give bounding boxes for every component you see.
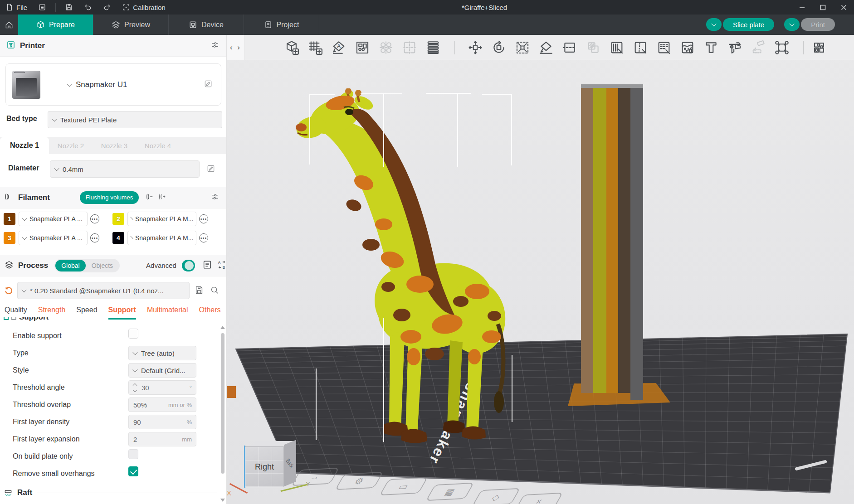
printer-select[interactable]: Snapmaker U1 [68,80,127,89]
scale-button[interactable] [512,38,532,58]
file-menu-label: File [16,4,27,11]
spinner-arrows-icon[interactable] [133,384,137,392]
filament-select[interactable]: Snapmaker PLA M... [127,231,196,245]
nav-cube-side[interactable]: Back [284,440,296,487]
save-preset-icon[interactable] [194,285,204,297]
nozzle-tab-nozzle-3[interactable]: Nozzle 3 [93,137,136,154]
text-tool-button[interactable] [701,38,721,58]
dropdown[interactable]: Default (Grid... [128,363,196,378]
cut-button[interactable] [560,38,580,58]
measure-button[interactable] [725,38,745,58]
nozzle-tab-nozzle-4[interactable]: Nozzle 4 [136,137,180,154]
filament-color-swatch[interactable]: 4 [112,232,124,244]
filament-select[interactable]: Snapmaker PLA M... [127,212,196,226]
tab-device[interactable]: Device [169,15,244,35]
filament-select[interactable]: Snapmaker PLA ... [19,212,88,226]
bed-type-select[interactable]: Textured PEI Plate [48,111,222,128]
advanced-toggle[interactable] [182,260,195,271]
menu-button[interactable] [33,0,52,15]
auto-orient-button[interactable]: A [329,38,349,58]
checkbox[interactable] [128,466,138,476]
undo-button[interactable] [78,0,98,15]
add-plate-button[interactable] [305,38,325,58]
giraffe-model[interactable] [295,88,522,451]
rotate-button[interactable] [489,38,509,58]
filament-color-swatch[interactable]: 2 [112,213,124,225]
filament-settings-icon[interactable] [210,192,220,203]
add-model-button[interactable] [282,38,302,58]
nav-cube[interactable]: Right [245,446,284,487]
plugins-button[interactable] [809,38,829,58]
maximize-button[interactable] [812,0,833,15]
fuzzy-skin-painting-button[interactable] [654,38,674,58]
preset-select[interactable]: * 0.20 Standard @Snapmaker U1 (0.4 noz..… [17,282,190,299]
print-dropdown-button[interactable] [784,18,800,31]
filament-color-swatch[interactable]: 3 [4,232,15,244]
process-icon [5,260,14,271]
tab-preview[interactable]: Preview [93,15,169,35]
collapse-panel-button[interactable]: ‹ › [227,35,245,60]
close-button[interactable] [833,0,854,15]
chevron-down-icon [130,217,133,219]
color-painting-button[interactable] [678,38,698,58]
prime-tower-top [581,84,643,88]
checkbox[interactable] [128,329,138,339]
flushing-volumes-button[interactable]: Flushing volumes [80,191,139,204]
add-filament-icon[interactable] [158,192,167,203]
scope-toggle[interactable]: Global Objects [54,259,120,272]
raft-group-header[interactable]: Raft [4,488,217,497]
prime-tower[interactable] [581,87,643,393]
scroll-down-icon[interactable] [220,499,225,502]
printer-edit-button[interactable] [204,79,213,90]
redo-button[interactable] [98,0,117,15]
seam-painting-button[interactable] [630,38,650,58]
text-input[interactable]: 50%mm or % [128,397,196,412]
filament-more-icon[interactable]: ••• [199,214,208,223]
file-menu[interactable]: File [0,0,33,15]
scope-objects[interactable]: Objects [86,260,119,271]
variable-layer-height-button[interactable] [423,38,443,58]
tab-project[interactable]: Project [244,15,319,35]
scrollbar-thumb[interactable] [221,333,224,474]
checkbox[interactable] [128,449,138,459]
minimize-button[interactable] [791,0,812,15]
support-painting-button[interactable] [607,38,627,58]
scope-global[interactable]: Global [55,260,85,271]
lay-on-face-button[interactable] [536,38,556,58]
filament-select[interactable]: Snapmaker PLA ... [19,231,88,245]
tab-prepare[interactable]: Prepare [18,15,93,35]
reset-preset-icon[interactable] [4,285,14,297]
nozzle-tab-nozzle-2[interactable]: Nozzle 2 [49,137,93,154]
dropdown[interactable]: Tree (auto) [128,346,196,360]
filament-more-icon[interactable]: ••• [90,214,99,223]
move-button[interactable] [465,38,485,58]
corner-snap-button[interactable] [772,38,792,58]
diameter-select[interactable]: 0.4mm [50,160,200,178]
spinner-input[interactable]: 30° [128,380,196,395]
sidebar-scrollbar[interactable] [220,325,225,503]
printer-settings-icon[interactable] [210,40,220,51]
viewport-3d[interactable]: snapmaker →⚙▭▦◇× [227,35,854,504]
overrides-list-icon[interactable] [202,260,212,271]
save-button[interactable] [59,0,78,15]
nozzle-tab-nozzle-1[interactable]: Nozzle 1 [0,137,49,154]
text-input[interactable]: 2mm [128,432,196,446]
home-button[interactable] [0,15,18,35]
compare-preset-icon[interactable]: AB [217,260,227,271]
filament-more-icon[interactable]: ••• [199,233,208,242]
remove-filament-icon[interactable] [145,192,154,203]
text-input[interactable]: 90% [128,415,196,429]
process-tab-multimaterial[interactable]: Multimaterial [147,306,188,320]
diameter-edit-button[interactable] [206,164,218,175]
filament-color-swatch[interactable]: 1 [4,213,15,225]
calibration-button[interactable]: Calibration [117,0,171,15]
scroll-up-icon[interactable] [220,326,225,329]
slice-plate-button[interactable]: Slice plate [723,18,774,31]
print-button[interactable]: Print [801,18,835,31]
search-preset-icon[interactable] [210,285,220,297]
arrange-button[interactable] [352,38,372,58]
filament-more-icon[interactable]: ••• [90,233,99,242]
process-section-header: Process Global Objects Advanced AB [0,255,227,276]
process-tab-others[interactable]: Others [199,306,221,320]
slice-dropdown-button[interactable] [706,18,722,31]
